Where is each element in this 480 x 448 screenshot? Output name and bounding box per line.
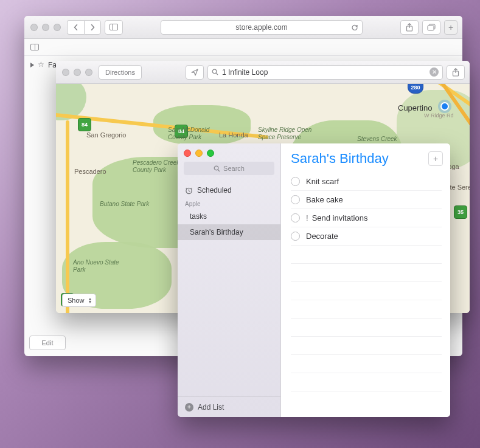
tabs-button[interactable] [422,20,440,35]
park-label: Pescadero Creek County Park [133,159,179,174]
location-arrow-icon [191,69,198,76]
search-icon [212,69,218,75]
city-label: Pescadero [74,168,106,175]
chevron-right-icon [89,24,96,31]
hwy-shield: 280 [408,84,423,94]
star-icon: ☆ [38,60,44,69]
maps-traffic-lights[interactable] [61,69,95,76]
city-label: La Honda [219,131,248,139]
checkbox-circle[interactable] [291,232,300,241]
blank-row[interactable] [291,264,442,282]
reminder-label: Send invitations [312,213,368,222]
svg-line-9 [218,170,220,171]
maps-search-value: 1 Infinite Loop [222,68,268,77]
sidebar-item-sarahs-birthday[interactable]: Sarah's Birthday [178,224,280,240]
bookmarks-bar [24,39,462,56]
clear-search-button[interactable]: ✕ [430,67,439,77]
safari-traffic-lights[interactable] [29,24,63,31]
reminder-item[interactable]: Bake cake [291,191,442,209]
directions-button[interactable]: Directions [99,65,142,80]
svg-rect-4 [428,26,434,30]
sidebar-icon [110,24,118,30]
svg-point-5 [212,69,217,74]
zoom-dot[interactable] [207,150,214,157]
hwy-shield: 35 [454,205,467,219]
sidebar-toggle-button[interactable] [105,20,123,35]
edit-button[interactable]: Edit [29,336,66,350]
road-label: W Ridge Rd [424,112,454,119]
blank-row[interactable] [291,282,442,300]
clock-icon [185,187,193,195]
close-dot[interactable] [30,24,38,31]
reminder-item[interactable]: ! Send invitations [291,209,442,227]
sidebar-group-header: Apple [178,198,280,208]
park-label: Ano Nuevo State Park [73,259,119,274]
reminder-label: Bake cake [306,195,343,204]
minimize-dot[interactable] [42,24,49,31]
svg-rect-0 [110,24,118,30]
city-label: Cupertino [398,103,432,112]
back-button[interactable] [67,20,84,35]
park-label: Butano State Park [100,201,149,208]
park-label: Skyline Ridge Open Space Preserve [258,126,311,141]
blank-row[interactable] [291,246,442,264]
blank-row[interactable] [291,319,442,337]
reminders-sidebar: Search Scheduled Apple tasks Sarah's Bir… [178,143,281,417]
show-dropdown[interactable]: Show ▲▼ [62,294,96,307]
checkbox-circle[interactable] [291,177,300,186]
blank-row[interactable] [291,355,442,373]
plus-icon: + [448,22,453,32]
blank-row[interactable] [291,300,442,319]
address-text: store.apple.com [235,23,287,32]
plus-circle-icon: + [185,403,193,412]
share-icon [452,68,459,77]
close-dot[interactable] [184,150,191,157]
blank-row[interactable] [291,337,442,355]
nav-back-forward [67,20,101,35]
new-tab-button[interactable]: + [444,20,457,35]
current-location-dot [440,102,449,111]
zoom-dot[interactable] [85,69,92,76]
checkbox-circle[interactable] [291,195,300,204]
reminder-item[interactable]: Decorate [291,227,442,246]
disclosure-triangle-icon[interactable] [30,63,34,67]
hwy-shield: 84 [78,118,91,131]
sidebar-item-scheduled[interactable]: Scheduled [178,182,280,198]
sidebar-item-tasks[interactable]: tasks [178,208,280,224]
reminders-traffic-lights[interactable] [178,143,280,162]
reload-icon [351,24,358,31]
locate-button[interactable] [186,65,204,80]
svg-point-8 [214,166,218,170]
city-label: San Gregorio [86,131,126,139]
blank-row[interactable] [291,373,442,391]
priority-mark: ! [306,213,308,222]
svg-line-6 [216,73,218,75]
add-list-button[interactable]: + Add List [178,396,280,417]
close-dot[interactable] [62,69,69,76]
address-bar[interactable]: store.apple.com [161,20,363,35]
list-title[interactable]: Sarah's Birthday [291,151,423,167]
maps-search-field[interactable]: 1 Infinite Loop ✕ [207,65,443,80]
maps-share-button[interactable] [447,65,465,80]
share-icon [406,23,413,32]
reminder-label: Knit scarf [306,177,339,186]
checkbox-circle[interactable] [291,213,300,222]
todo-list: Knit scarf Bake cake ! Send invitations … [281,171,450,417]
add-reminder-button[interactable]: + [428,151,443,166]
minimize-dot[interactable] [74,69,81,76]
maps-titlebar[interactable]: Directions 1 Infinite Loop ✕ [56,61,470,84]
reminder-item[interactable]: Knit scarf [291,173,442,191]
share-button[interactable] [400,20,419,35]
tabs-icon [427,24,436,31]
safari-titlebar[interactable]: store.apple.com + [24,16,462,39]
reminder-label: Decorate [306,232,338,241]
reminders-main: Sarah's Birthday + Knit scarf Bake cake … [281,143,450,417]
search-icon [214,165,220,172]
reminders-search[interactable]: Search [184,162,274,175]
forward-button[interactable] [84,20,101,35]
minimize-dot[interactable] [195,150,203,157]
zoom-dot[interactable] [54,24,61,31]
chevron-left-icon [72,24,80,31]
book-icon[interactable] [30,44,39,50]
reload-button[interactable] [351,24,358,31]
